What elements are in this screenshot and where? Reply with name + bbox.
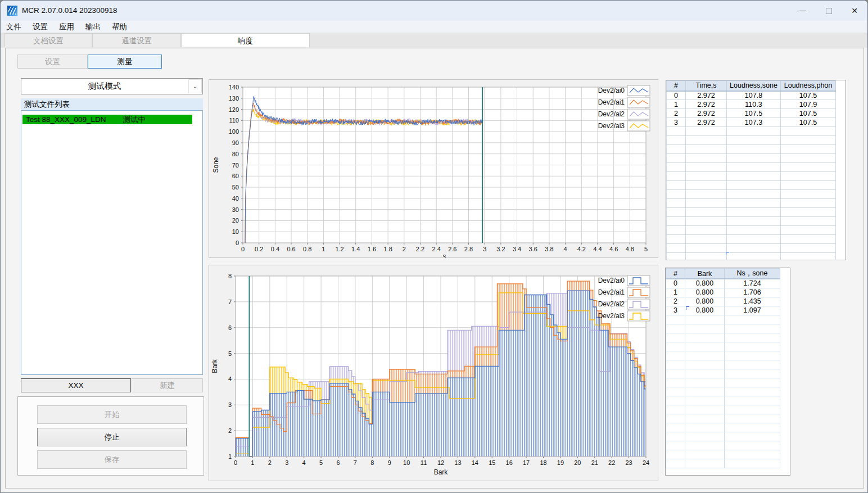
maximize-button[interactable] (816, 1, 842, 21)
x-tick-label: 1 (322, 246, 325, 252)
table-row[interactable]: 20.8001.435 (666, 297, 780, 306)
y-tick-label: 30 (232, 206, 239, 213)
x-tick-label: 9 (388, 459, 391, 466)
menu-item-4[interactable]: 帮助 (106, 21, 133, 33)
x-tick-label: 1.6 (368, 246, 376, 252)
x-tick-label: 0 (234, 459, 237, 466)
x-tick-label: 1.8 (383, 246, 392, 252)
start-button[interactable]: 开始 (37, 405, 187, 424)
loudness-time-chart[interactable]: 00.20.40.60.811.21.41.61.822.22.42.62.83… (209, 79, 658, 258)
column-header[interactable]: # (666, 269, 685, 279)
column-header[interactable]: Loudness,sone (727, 81, 781, 91)
x-tick-label: 3 (285, 459, 288, 466)
x-tick-label: 8 (370, 459, 374, 466)
y-tick-label: 80 (232, 151, 239, 157)
y-tick-label: 4 (228, 376, 232, 382)
table-row-empty (667, 226, 836, 235)
table-row-empty (666, 360, 780, 369)
x-tick-label: 0.6 (287, 246, 295, 252)
legend-label: Dev2/ai2 (598, 110, 625, 118)
menu-item-0[interactable]: 文件 (1, 21, 27, 33)
y-tick-label: 2 (228, 427, 232, 434)
table-row-empty (667, 127, 836, 136)
test-file-list[interactable]: Test 88_XXX_009_LDN测试中 (21, 110, 203, 375)
x-tick-label: 4 (302, 459, 306, 466)
table-row-empty (667, 235, 836, 244)
x-axis-title: s (443, 252, 446, 257)
y-tick-label: 110 (229, 117, 239, 124)
column-header[interactable]: Bark (685, 269, 725, 279)
legend-swatch (627, 97, 650, 107)
table-row[interactable]: 10.8001.706 (666, 288, 780, 297)
column-header[interactable]: Loudness,phon (781, 81, 836, 91)
column-header[interactable]: Time,s (686, 81, 727, 91)
y-axis-title: Bark (211, 359, 219, 373)
table-row-empty (666, 423, 780, 432)
menu-item-1[interactable]: 设置 (27, 21, 53, 33)
settings-view-button[interactable]: 设置 (17, 55, 88, 69)
x-tick-label: 13 (454, 459, 461, 466)
column-header[interactable]: # (667, 81, 686, 91)
test-file-item[interactable]: Test 88_XXX_009_LDN测试中 (22, 115, 192, 124)
table-row-empty (667, 163, 836, 172)
x-tick-label: 2.4 (432, 246, 441, 252)
legend-swatch (627, 109, 650, 119)
new-button[interactable]: 新建 (132, 378, 203, 392)
table-row-empty (667, 244, 836, 253)
table-row[interactable]: 22.972107.5107.5 (667, 109, 836, 118)
x-tick-label: 10 (403, 459, 410, 466)
column-header[interactable]: Ns，sone (725, 269, 780, 279)
table-row-empty (666, 432, 780, 441)
menu-item-3[interactable]: 输出 (80, 21, 106, 33)
tab-0[interactable]: 文档设置 (4, 33, 92, 47)
minimize-button[interactable] (790, 1, 816, 21)
menu-item-2[interactable]: 应用 (53, 21, 80, 33)
x-tick-label: 12 (437, 459, 444, 466)
table-row[interactable]: 30.8001.097 (666, 306, 780, 315)
table-row[interactable]: 02.972107.8107.5 (667, 91, 836, 100)
stop-button[interactable]: 停止 (37, 428, 187, 446)
save-button[interactable]: 保存 (37, 450, 187, 469)
measure-view-button[interactable]: 测量 (88, 55, 162, 69)
x-tick-label: 20 (574, 459, 581, 466)
x-tick-label: 0.2 (255, 246, 263, 252)
x-tick-label: 3.4 (513, 246, 521, 252)
legend-label: Dev2/ai1 (598, 98, 625, 106)
x-tick-label: 24 (643, 459, 649, 466)
close-button[interactable]: ✕ (842, 1, 867, 21)
y-tick-label: 20 (232, 217, 239, 224)
table-row-empty (666, 351, 780, 360)
table-row-empty (666, 441, 780, 450)
legend-label: Dev2/ai2 (598, 300, 625, 308)
window-title: MCR 2.07.0.014 202300918 (22, 6, 117, 15)
y-tick-label: 90 (232, 139, 239, 146)
chevron-down-icon[interactable]: ⌄ (188, 79, 202, 93)
loudness-results-table[interactable]: #Time,sLoudness,soneLoudness,phon02.9721… (666, 80, 846, 260)
table-row[interactable]: 12.972110.3107.9 (667, 100, 836, 109)
table-row[interactable]: 32.972107.3107.5 (667, 118, 836, 127)
specific-loudness-chart[interactable]: 0123456789101112131415161718192021222324… (209, 265, 658, 481)
x-tick-label: 4.6 (609, 246, 618, 252)
table-row-empty (667, 190, 836, 199)
test-mode-value: 测试模式 (21, 79, 188, 94)
legend-label: Dev2/ai0 (598, 277, 625, 284)
x-tick-label: 0.4 (271, 246, 279, 252)
tab-1[interactable]: 通道设置 (92, 33, 181, 47)
table-row[interactable]: 00.8001.724 (666, 279, 780, 288)
table-row-empty (667, 253, 836, 261)
specific-loudness-results-table[interactable]: #BarkNs，sone00.8001.72410.8001.70620.800… (665, 268, 790, 476)
y-axis-title: Sone (212, 157, 220, 173)
x-tick-label: 2.8 (464, 246, 473, 252)
table-row-empty (667, 145, 836, 154)
app-window: MCR 2.07.0.014 202300918 ✕ 文件设置应用输出帮助 文档… (0, 0, 868, 493)
table-row-empty (666, 450, 780, 459)
legend-swatch (627, 121, 650, 131)
table-row-empty (667, 136, 836, 145)
table-row-empty (666, 315, 780, 324)
table-row-empty (666, 369, 780, 378)
tab-2[interactable]: 响度 (181, 33, 310, 47)
x-tick-label: 2.6 (448, 246, 456, 252)
xxx-button[interactable]: XXX (21, 378, 131, 392)
test-mode-select[interactable]: 测试模式 ⌄ (21, 78, 203, 94)
y-tick-label: 10 (232, 228, 239, 235)
